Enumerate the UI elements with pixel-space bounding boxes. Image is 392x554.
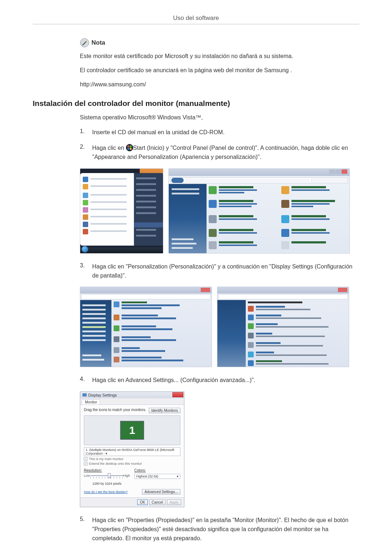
step-2-number: 2. xyxy=(80,144,92,162)
colors-label: Colors: xyxy=(134,468,180,472)
step-2-prefix: Haga clic en xyxy=(92,145,126,151)
note-line-2: El controlador certificado se anunciará … xyxy=(80,66,359,75)
step-1-text: Inserte el CD del manual en la unidad de… xyxy=(92,128,359,137)
colors-dropdown[interactable]: Highest (32 bit)▾ xyxy=(134,474,180,479)
note-block: Nota Este monitor está certificado por M… xyxy=(80,38,359,89)
note-label: Nota xyxy=(91,39,105,46)
dialog-titlebar: Display Settings xyxy=(80,392,184,398)
screenshot-start-menu xyxy=(80,168,163,254)
step-4-number: 4. xyxy=(80,376,92,385)
apply-button[interactable]: Apply xyxy=(167,500,181,505)
checkbox-main-monitor: ✓ This is my main monitor xyxy=(84,457,180,461)
screenshot-control-panel xyxy=(168,168,350,254)
resolution-slider[interactable]: Low High xyxy=(84,473,130,481)
screenshot-row-step2 xyxy=(80,168,359,254)
svg-rect-3 xyxy=(130,145,131,147)
windows-start-icon xyxy=(126,144,133,151)
section-heading: Instalación del controlador del monitor … xyxy=(33,99,359,108)
close-icon[interactable] xyxy=(172,392,183,397)
help-link[interactable]: How do I get the best display? xyxy=(84,490,128,494)
step-4: 4. Haga clic en Advanced Settings... (Co… xyxy=(80,376,359,385)
step-1: 1. Inserte el CD del manual en la unidad… xyxy=(80,128,359,137)
advanced-settings-button[interactable]: Advanced Settings... xyxy=(142,489,180,495)
slider-thumb[interactable] xyxy=(108,473,111,478)
step-2: 2. Haga clic en Start (Inicio) y "Contro… xyxy=(80,144,359,162)
svg-rect-4 xyxy=(127,148,129,149)
svg-rect-6 xyxy=(83,394,86,396)
svg-point-1 xyxy=(126,144,133,151)
step-5-text: Haga clic en "Properties (Propiedades)" … xyxy=(92,516,359,543)
slider-high-label: High xyxy=(123,474,130,477)
note-url: http://www.samsung.com/ xyxy=(80,80,359,89)
pencil-paper-icon xyxy=(80,38,89,48)
ok-button[interactable]: OK xyxy=(137,500,147,505)
step-3: 3. Haga clic en "Personalization (Person… xyxy=(80,262,359,280)
current-resolution: 1280 by 1024 pixels xyxy=(84,482,130,485)
checkbox-extend-desktop: ✓ Extend the desktop onto this monitor xyxy=(84,462,180,465)
screenshot-appearance-panel xyxy=(80,287,212,367)
page-header-title: Uso del software xyxy=(33,15,359,22)
step-4-text: Haga clic en Advanced Settings... (Confi… xyxy=(92,376,359,385)
step-5-number: 5. xyxy=(80,516,92,543)
drag-label: Drag the icons to match your monitors. xyxy=(84,408,146,412)
monitor-select-dropdown[interactable]: 1. (Multiple Monitors) on NVIDIA GeForce… xyxy=(84,447,180,456)
monitor-1-icon[interactable]: 1 xyxy=(120,421,144,440)
step-1-number: 1. xyxy=(80,128,92,137)
identify-monitors-button[interactable]: Identify Monitors xyxy=(149,408,180,413)
svg-rect-5 xyxy=(130,148,131,149)
step-3-number: 3. xyxy=(80,262,92,280)
checkbox-icon[interactable]: ✓ xyxy=(84,457,87,461)
screenshot-personalization-panel xyxy=(217,287,349,367)
cancel-button[interactable]: Cancel xyxy=(149,500,166,505)
tab-monitor[interactable]: Monitor xyxy=(82,399,100,405)
screenshot-row-step3 xyxy=(80,287,359,367)
resolution-label: Resolution: xyxy=(84,468,130,472)
dialog-tabs: Monitor xyxy=(80,398,184,405)
checkbox-main-label: This is my main monitor xyxy=(89,457,123,461)
dialog-title: Display Settings xyxy=(88,393,117,397)
screenshot-display-settings: Display Settings Monitor Drag the icons … xyxy=(80,391,359,507)
slider-low-label: Low xyxy=(84,474,90,477)
checkbox-icon[interactable]: ✓ xyxy=(84,462,87,465)
monitor-arrangement-box[interactable]: 1 xyxy=(84,415,180,445)
step-5: 5. Haga clic en "Properties (Propiedades… xyxy=(80,516,359,543)
note-line-1: Este monitor está certificado por Micros… xyxy=(80,52,359,61)
step-3-text: Haga clic en "Personalization (Personali… xyxy=(92,262,359,280)
checkbox-extend-label: Extend the desktop onto this monitor xyxy=(89,462,142,465)
header-divider xyxy=(33,24,359,24)
svg-rect-2 xyxy=(127,145,129,147)
step-2-text: Haga clic en Start (Inicio) y "Control P… xyxy=(92,144,359,162)
section-intro: Sistema operativo Microsoft® Windows Vis… xyxy=(80,114,359,121)
